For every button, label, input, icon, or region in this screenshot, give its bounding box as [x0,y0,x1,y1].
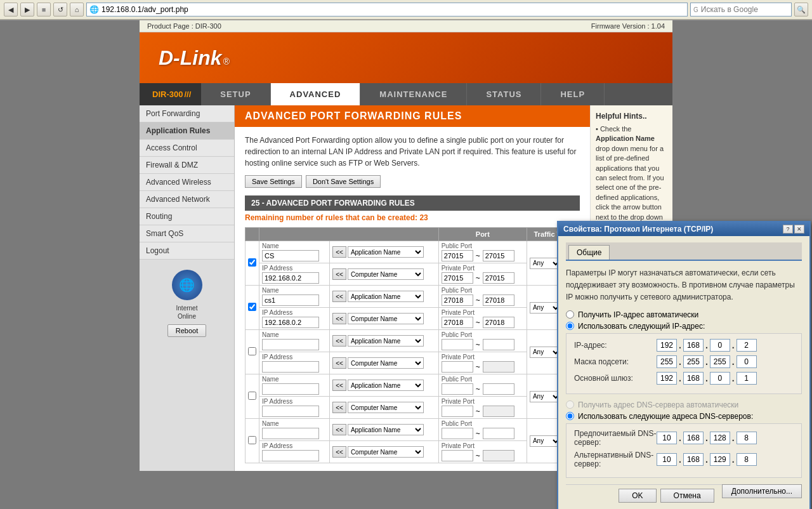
row-checkbox-3[interactable] [246,374,259,419]
computer-name-select-2[interactable]: Computer Name [348,357,424,369]
alt-dns-seg-1[interactable] [657,453,677,466]
ip-input-4[interactable] [262,450,319,461]
pub-port-to-3[interactable] [483,383,514,395]
alt-dns-seg-4[interactable] [737,453,757,466]
pub-port-to-0[interactable] [483,250,514,261]
app-name-select-1[interactable]: Application Name [348,291,424,302]
advanced-button[interactable]: Дополнительно... [722,484,802,498]
dialog-close-btn[interactable]: ✕ [794,225,804,234]
arrow-btn-comp-3[interactable]: << [332,402,346,413]
alt-dns-seg-3[interactable] [710,453,730,466]
subnet-seg-2[interactable] [683,355,704,368]
gw-seg-4[interactable] [737,372,757,385]
forward-btn[interactable]: ▶ [20,3,34,17]
arrow-btn-comp-0[interactable]: << [332,268,346,280]
priv-port-from-1[interactable] [442,317,473,328]
priv-port-to-4[interactable] [483,450,514,461]
pub-port-from-3[interactable] [442,383,473,395]
priv-port-from-0[interactable] [442,272,473,284]
priv-port-to-3[interactable] [483,406,514,417]
arrow-btn-comp-4[interactable]: << [332,446,346,458]
sidebar-item-advanced-network[interactable]: Advanced Network [140,191,234,208]
stop-btn[interactable]: ■ [37,3,51,17]
name-input-3[interactable] [262,383,319,395]
pref-dns-seg-3[interactable] [710,432,730,444]
pub-port-to-1[interactable] [483,294,514,306]
pref-dns-seg-2[interactable] [683,432,704,444]
computer-name-select-0[interactable]: Computer Name [348,268,424,280]
app-name-select-4[interactable]: Application Name [348,424,424,435]
search-input[interactable] [701,5,777,14]
dialog-tab-general[interactable]: Общие [568,245,610,260]
address-bar[interactable]: 🌐 192.168.0.1/adv_port.php [86,3,688,17]
priv-port-to-1[interactable] [483,317,514,328]
search-box[interactable]: G [690,3,792,17]
tab-status[interactable]: STATUS [467,83,541,105]
app-name-select-3[interactable]: Application Name [348,380,424,391]
enable-checkbox-3[interactable] [248,392,256,400]
pub-port-to-2[interactable] [483,339,514,350]
ip-seg-2[interactable] [683,339,704,352]
row-checkbox-1[interactable] [246,286,259,330]
arrow-btn-comp-1[interactable]: << [332,313,346,324]
pref-dns-seg-1[interactable] [657,432,677,444]
pub-port-from-0[interactable] [442,250,473,261]
tab-setup[interactable]: SETUP [201,83,270,105]
enable-checkbox-2[interactable] [248,347,256,355]
dont-save-settings-button[interactable]: Don't Save Settings [306,175,381,188]
sidebar-item-smart-qos[interactable]: Smart QoS [140,225,234,242]
name-input-4[interactable] [262,428,319,439]
auto-ip-option[interactable]: Получить IP-адрес автоматически [566,310,802,319]
priv-port-from-2[interactable] [442,361,473,373]
sidebar-item-routing[interactable]: Routing [140,208,234,225]
computer-name-select-3[interactable]: Computer Name [348,402,424,413]
subnet-seg-3[interactable] [710,355,730,368]
name-input-1[interactable] [262,294,319,306]
enable-checkbox-4[interactable] [248,436,256,444]
dialog-help-btn[interactable]: ? [783,225,793,234]
sidebar-item-logout[interactable]: Logout [140,242,234,260]
row-checkbox-4[interactable] [246,419,259,463]
tab-maintenance[interactable]: MAINTENANCE [360,83,467,105]
sidebar-item-advanced-wireless[interactable]: Advanced Wireless [140,174,234,191]
gw-seg-1[interactable] [657,372,677,385]
back-btn[interactable]: ◀ [4,3,18,17]
enable-checkbox-0[interactable] [248,258,256,267]
manual-dns-option[interactable]: Использовать следующие адреса DNS-сервер… [566,412,802,421]
save-settings-button[interactable]: Save Settings [245,175,302,188]
auto-dns-option[interactable]: Получить адрес DNS-сервера автоматически [566,400,802,409]
search-go-btn[interactable]: 🔍 [794,3,808,17]
ip-seg-3[interactable] [710,339,730,352]
pub-port-from-1[interactable] [442,294,473,306]
ip-seg-1[interactable] [657,339,677,352]
enable-checkbox-1[interactable] [248,303,256,311]
home-btn[interactable]: ⌂ [70,3,84,17]
arrow-btn-app-4[interactable]: << [332,424,346,435]
ip-input-1[interactable] [262,317,319,328]
manual-dns-radio[interactable] [566,412,574,420]
row-checkbox-2[interactable] [246,330,259,374]
sidebar-item-port-forwarding[interactable]: Port Forwarding [140,105,234,122]
alt-dns-seg-2[interactable] [683,453,704,466]
reboot-button[interactable]: Reboot [167,324,206,337]
gw-seg-2[interactable] [683,372,704,385]
priv-port-from-4[interactable] [442,450,473,461]
computer-name-select-1[interactable]: Computer Name [348,313,424,324]
gw-seg-3[interactable] [710,372,730,385]
sidebar-item-application-rules[interactable]: Application Rules [140,122,234,140]
row-checkbox-0[interactable] [246,241,259,286]
sidebar-item-firewall-dmz[interactable]: Firewall & DMZ [140,157,234,174]
auto-ip-radio[interactable] [566,310,574,319]
priv-port-to-2[interactable] [483,361,514,373]
arrow-btn-app-3[interactable]: << [332,380,346,391]
pub-port-from-4[interactable] [442,428,473,439]
arrow-btn-comp-2[interactable]: << [332,357,346,369]
app-name-select-2[interactable]: Application Name [348,335,424,347]
name-input-0[interactable] [262,250,319,261]
pub-port-from-2[interactable] [442,339,473,350]
pub-port-to-4[interactable] [483,428,514,439]
arrow-btn-app-0[interactable]: << [332,246,346,258]
arrow-btn-app-2[interactable]: << [332,335,346,347]
name-input-2[interactable] [262,339,319,350]
dialog-ok-button[interactable]: OK [619,489,656,503]
